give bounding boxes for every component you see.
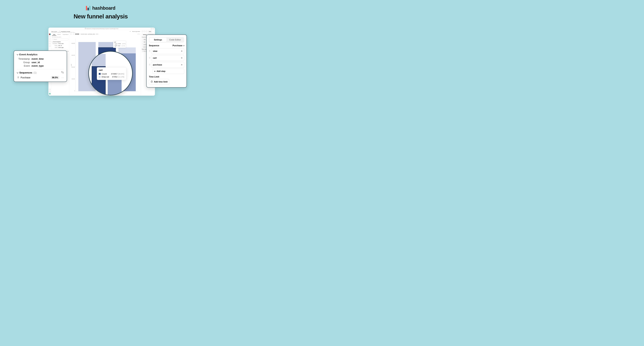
back-icon[interactable] [70,34,72,35]
metric-pill[interactable]: ecomm users · purchase_total [81,34,95,35]
plus-icon: + [154,70,156,73]
label: Event [52,47,58,48]
label: Event [17,65,32,67]
svg-text:count: count [71,64,72,66]
filter-icon[interactable]: ▾ [80,34,80,35]
svg-text:300,000: 300,000 [72,55,75,56]
refresh-icon[interactable]: ↻ [74,32,75,33]
label: Group [52,45,58,46]
drag-handle-icon[interactable]: ⠿ [142,41,143,43]
dashboard-icon[interactable] [49,39,50,40]
stopwatch-icon [150,81,153,83]
meta-info: Last updated 6 days ago · Data fetched 4… [51,32,75,33]
event-analytics-header[interactable]: Event Analytics [17,53,64,56]
close-icon[interactable]: × [181,63,182,66]
kebab-icon[interactable]: ⋮ [153,31,154,32]
conversion-pct: 86.5% [51,76,59,79]
hashboard-logo-icon [86,6,90,10]
close-icon[interactable]: × [98,34,99,35]
avatar[interactable] [49,93,51,95]
svg-text:400,000: 400,000 [72,43,75,44]
section-label: Sequence [149,44,159,47]
collapse-icon[interactable] [138,34,139,35]
list-icon [17,76,19,79]
sequence-dropdown[interactable]: Purchase [172,44,184,47]
close-icon[interactable]: × [181,50,182,53]
page-title: New funnel analysis [74,13,128,20]
search-icon[interactable] [49,36,50,37]
brand-name: hashboard [92,6,116,11]
save-button[interactable]: Save [148,31,152,33]
sort-icon[interactable] [61,71,64,74]
svg-text:200,000: 200,000 [72,67,75,68]
help-icon[interactable] [49,91,50,92]
label: Group [17,61,32,64]
collapse-icon[interactable] [49,89,50,90]
value: user_id [58,45,62,46]
drag-handle-icon[interactable]: ⠿ [149,50,150,52]
tab-data[interactable]: Data [52,34,56,36]
swatch-dropout-icon [114,45,114,46]
step-chip[interactable]: purchase× [151,62,184,68]
tick-label: 0 [74,90,75,92]
value: event_time [32,58,44,60]
hashboard-logo-icon[interactable] [49,34,50,35]
expand-icon[interactable]: » [139,34,140,35]
model-description: No model description. [52,36,68,38]
label: Timestamp [17,58,32,60]
label: Timestamp [52,43,58,44]
sequences-header[interactable]: Sequences (1) [17,71,64,74]
tab-code-editor[interactable]: Code Editor [166,38,184,42]
search-input[interactable]: ⌕ Search [52,39,68,40]
sort-icon[interactable]: ⇅ [68,51,68,52]
lock-icon [85,28,86,29]
event-analytics-header[interactable]: Event Analytics [52,41,68,43]
reset-icon: ⟲ [130,31,130,32]
chevron-down-icon [52,41,53,42]
expand-icon[interactable] [153,28,154,29]
undo-icon[interactable] [144,31,145,32]
drag-handle-icon[interactable]: ⠿ [142,44,143,45]
svg-text:100,000: 100,000 [72,79,75,80]
chart-tooltip: cart Count374957 (88.8%) Drop out47052 (… [97,67,126,80]
event-analytics-popup: Event Analytics Timestampevent_time Grou… [14,51,67,82]
database-icon[interactable] [49,41,50,42]
url-bar: hashboard.com/app/m/p5oqc4i6u6lcaeyc?exp… [85,28,118,29]
value: event_type [32,65,44,67]
value: event_type [58,47,64,48]
swatch-dropout-icon [99,76,100,78]
zoom-lens: cart Count374957 (88.8%) Drop out47052 (… [88,51,133,95]
step-chip[interactable]: view× [151,48,184,54]
chart-tooltip: cart Count374957 (88.8%) Drop out47052 (… [113,41,126,48]
drag-handle-icon[interactable]: ⠿ [149,57,150,59]
settings-icon[interactable] [49,45,50,47]
search-icon: ⌕ [53,39,53,40]
tab-explorations[interactable]: Explorations [62,34,70,36]
sequence-item[interactable]: Purchase 86.5% ⋯ [17,74,64,79]
list-icon[interactable] [49,43,50,44]
tab-metrics[interactable]: Metrics [56,34,62,36]
brand-row: hashboard [86,6,116,11]
settings-popup: Settings Code Editor Sequence Purchase ⠿… [146,35,187,88]
more-icon[interactable]: ⋯ [60,76,64,79]
step-chip[interactable]: cart× [151,55,184,61]
add-time-limit-button[interactable]: Add time limit [149,79,169,85]
swatch-count-icon [99,73,100,75]
drag-handle-icon[interactable]: ⠿ [149,64,150,66]
drag-handle-icon[interactable]: ⠿ [142,39,143,40]
copy-icon[interactable] [151,28,152,29]
chevron-down-icon [16,72,18,73]
time-limit-label: Time Limit [149,76,184,78]
value: user_id [32,61,40,64]
add-step-button[interactable]: +Add step [152,69,184,74]
link-icon[interactable] [142,31,143,32]
reset-button[interactable]: Reset exploration [132,31,141,32]
tab-settings[interactable]: Settings [150,38,166,42]
chevron-down-icon [183,45,184,46]
filter-chip[interactable]: > 10 [96,34,98,35]
plus-icon[interactable] [73,34,74,35]
redo-icon[interactable] [146,31,147,32]
close-icon[interactable]: × [181,57,182,60]
value: event_time [58,43,64,44]
beta-badge: BETA [75,34,79,35]
